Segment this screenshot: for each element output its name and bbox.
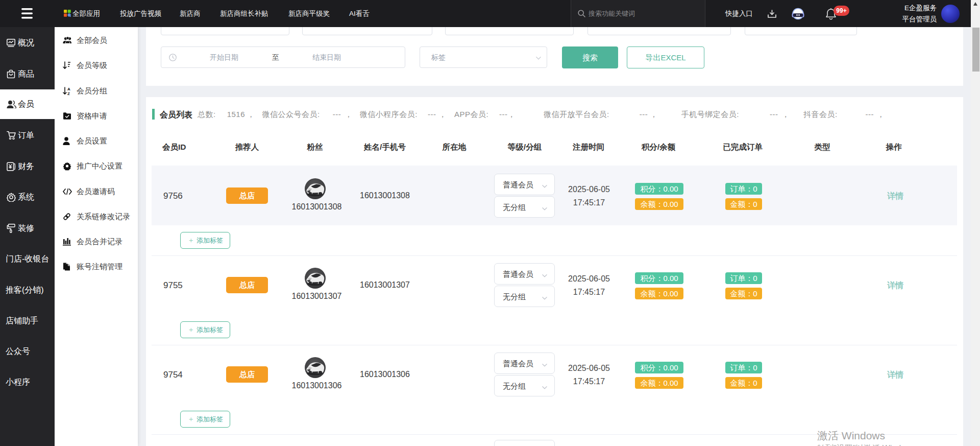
svg-text:A: A (67, 87, 70, 91)
svg-text:Z: Z (67, 91, 70, 96)
